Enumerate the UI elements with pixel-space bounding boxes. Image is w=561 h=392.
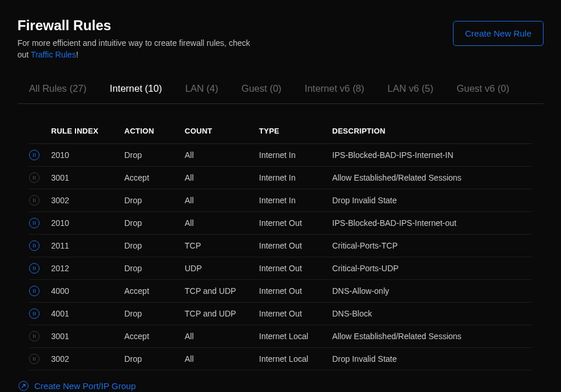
cell-description: DNS-Allow-only bbox=[332, 286, 532, 296]
table-row[interactable]: 2011DropTCPInternet OutCritical-Ports-TC… bbox=[29, 235, 532, 257]
cell-description: Critical-Ports-UDP bbox=[332, 264, 532, 273]
tab-1[interactable]: Internet (10) bbox=[110, 83, 162, 103]
pause-icon[interactable] bbox=[29, 331, 39, 341]
table-header: RULE INDEX ACTION COUNT TYPE DESCRIPTION bbox=[29, 118, 532, 144]
cell-count: All bbox=[185, 332, 259, 341]
cell-type: Internet Out bbox=[259, 241, 332, 250]
col-count: COUNT bbox=[185, 127, 259, 135]
cell-description: Drop Invalid State bbox=[332, 354, 532, 364]
tab-6[interactable]: Guest v6 (0) bbox=[456, 83, 509, 103]
create-port-ip-group-link[interactable]: Create New Port/IP Group bbox=[17, 371, 544, 392]
cell-action: Drop bbox=[124, 264, 185, 273]
cell-type: Internet In bbox=[259, 150, 332, 160]
table-row[interactable]: 4000AcceptTCP and UDPInternet OutDNS-All… bbox=[29, 280, 532, 303]
cell-description: Allow Established/Related Sessions bbox=[332, 173, 532, 182]
pause-icon[interactable] bbox=[29, 263, 39, 274]
cell-action: Accept bbox=[124, 332, 185, 341]
cell-rule-index: 2012 bbox=[51, 264, 124, 273]
cell-rule-index: 2010 bbox=[51, 218, 124, 228]
cell-action: Drop bbox=[124, 218, 185, 228]
cell-type: Internet Local bbox=[259, 332, 332, 341]
cell-type: Internet Local bbox=[259, 354, 332, 364]
page-subtitle: For more efficient and intuitive way to … bbox=[17, 37, 261, 61]
col-type: TYPE bbox=[259, 127, 332, 135]
table-row[interactable]: 2010DropAllInternet OutIPS-Blocked-BAD-I… bbox=[29, 212, 532, 235]
pause-icon[interactable] bbox=[29, 195, 39, 206]
cell-type: Internet Out bbox=[259, 309, 332, 318]
cell-type: Internet Out bbox=[259, 264, 332, 273]
cell-rule-index: 4000 bbox=[51, 286, 124, 296]
cell-count: All bbox=[185, 150, 259, 160]
cell-action: Drop bbox=[124, 354, 185, 364]
cell-count: TCP bbox=[185, 241, 259, 250]
cell-description: Allow Established/Related Sessions bbox=[332, 332, 532, 341]
cell-action: Accept bbox=[124, 286, 185, 296]
tab-5[interactable]: LAN v6 (5) bbox=[387, 83, 433, 103]
col-action: ACTION bbox=[124, 127, 185, 135]
tab-3[interactable]: Guest (0) bbox=[242, 83, 282, 103]
page-title: Firewall Rules bbox=[17, 17, 261, 34]
cell-rule-index: 3002 bbox=[51, 354, 124, 364]
cell-rule-index: 2011 bbox=[51, 241, 124, 250]
cell-action: Accept bbox=[124, 173, 185, 182]
table-row[interactable]: 2012DropUDPInternet OutCritical-Ports-UD… bbox=[29, 257, 532, 280]
tab-2[interactable]: LAN (4) bbox=[185, 83, 218, 103]
cell-rule-index: 4001 bbox=[51, 309, 124, 318]
col-description: DESCRIPTION bbox=[332, 127, 532, 135]
cell-action: Drop bbox=[124, 196, 185, 205]
cell-type: Internet Out bbox=[259, 218, 332, 228]
subtitle-text-post: ! bbox=[76, 50, 78, 59]
pause-icon[interactable] bbox=[29, 150, 39, 160]
cell-rule-index: 3001 bbox=[51, 173, 124, 182]
cell-type: Internet In bbox=[259, 173, 332, 182]
cell-rule-index: 3002 bbox=[51, 196, 124, 205]
cell-description: Drop Invalid State bbox=[332, 196, 532, 205]
cell-count: TCP and UDP bbox=[185, 286, 259, 296]
cell-count: TCP and UDP bbox=[185, 309, 259, 318]
pause-icon[interactable] bbox=[29, 240, 39, 251]
cell-count: UDP bbox=[185, 264, 259, 273]
pause-icon[interactable] bbox=[29, 308, 39, 319]
cell-description: IPS-Blocked-BAD-IPS-Internet-out bbox=[332, 218, 532, 228]
table-row[interactable]: 4001DropTCP and UDPInternet OutDNS-Block bbox=[29, 303, 532, 325]
tab-4[interactable]: Internet v6 (8) bbox=[305, 83, 365, 103]
cell-count: All bbox=[185, 218, 259, 228]
pause-icon[interactable] bbox=[29, 172, 39, 183]
table-row[interactable]: 3002DropAllInternet LocalDrop Invalid St… bbox=[29, 348, 532, 371]
cell-action: Drop bbox=[124, 150, 185, 160]
table-row[interactable]: 2010DropAllInternet InIPS-Blocked-BAD-IP… bbox=[29, 144, 532, 167]
cell-action: Drop bbox=[124, 309, 185, 318]
cell-rule-index: 2010 bbox=[51, 150, 124, 160]
col-rule-index: RULE INDEX bbox=[51, 127, 124, 135]
table-row[interactable]: 3001AcceptAllInternet LocalAllow Establi… bbox=[29, 325, 532, 348]
cell-count: All bbox=[185, 196, 259, 205]
footer-link-label: Create New Port/IP Group bbox=[34, 381, 136, 391]
tab-0[interactable]: All Rules (27) bbox=[29, 83, 87, 103]
cell-description: DNS-Block bbox=[332, 309, 532, 318]
pause-icon[interactable] bbox=[29, 218, 39, 228]
cell-count: All bbox=[185, 173, 259, 182]
table-row[interactable]: 3001AcceptAllInternet InAllow Establishe… bbox=[29, 167, 532, 189]
cell-action: Drop bbox=[124, 241, 185, 250]
cell-rule-index: 3001 bbox=[51, 332, 124, 341]
cell-description: Critical-Ports-TCP bbox=[332, 241, 532, 250]
external-link-icon bbox=[19, 381, 28, 391]
cell-type: Internet In bbox=[259, 196, 332, 205]
cell-count: All bbox=[185, 354, 259, 364]
cell-type: Internet Out bbox=[259, 286, 332, 296]
cell-description: IPS-Blocked-BAD-IPS-Internet-IN bbox=[332, 150, 532, 160]
traffic-rules-link[interactable]: Traffic Rules bbox=[31, 50, 76, 59]
table-row[interactable]: 3002DropAllInternet InDrop Invalid State bbox=[29, 189, 532, 212]
pause-icon[interactable] bbox=[29, 354, 39, 364]
pause-icon[interactable] bbox=[29, 286, 39, 296]
tabs: All Rules (27)Internet (10)LAN (4)Guest … bbox=[17, 83, 544, 104]
create-new-rule-button[interactable]: Create New Rule bbox=[453, 21, 544, 46]
